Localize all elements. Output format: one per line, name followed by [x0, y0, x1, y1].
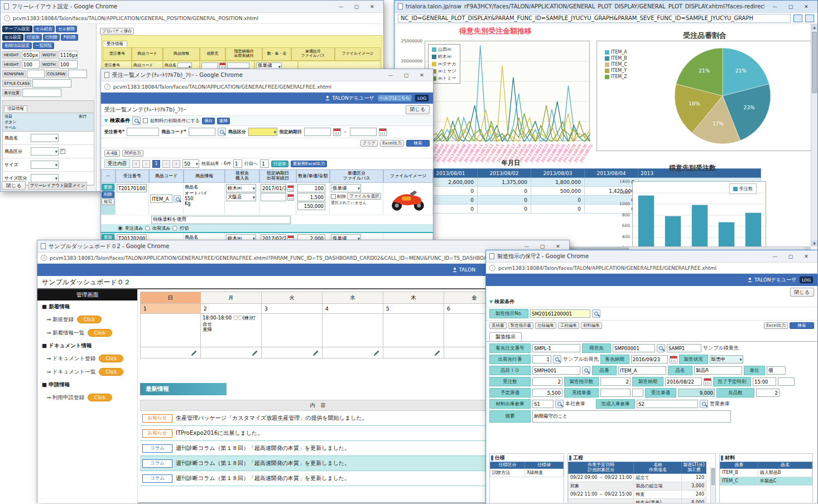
panel-icon[interactable] — [805, 14, 814, 22]
tab-item-info[interactable]: 項目情報 — [4, 105, 27, 112]
info-icon[interactable]: i — [4, 15, 10, 21]
maximize-button[interactable]: ▢ — [535, 244, 550, 249]
order-qty-input[interactable]: 2 — [532, 377, 562, 386]
excel-export-button[interactable]: Excel出力 — [380, 140, 404, 147]
event-cell[interactable] — [140, 314, 201, 347]
collapse-icon[interactable]: ▼ — [489, 299, 493, 304]
order-no-search-input[interactable] — [127, 128, 159, 136]
vertical-scrollbar[interactable]: ▲▼ — [811, 24, 817, 246]
list-view-button[interactable]: 一覧閲覧 — [33, 42, 54, 49]
panel-icon[interactable] — [793, 14, 802, 22]
spec-edit-button[interactable]: 仕様編集 — [535, 322, 556, 329]
minimize-button[interactable]: — — [333, 4, 349, 9]
minimize-button[interactable]: — — [767, 254, 783, 259]
width2-input[interactable]: 100 — [59, 60, 78, 69]
click-button[interactable]: Click — [99, 355, 123, 362]
edit-icon[interactable] — [312, 350, 319, 356]
cust-order-input[interactable]: SMPL-1 — [532, 344, 580, 352]
item-code-search-input[interactable] — [189, 128, 215, 136]
cell-unmerge-button[interactable]: セル解除 — [56, 26, 77, 32]
rowspan-input[interactable] — [27, 70, 45, 78]
calendar-icon[interactable] — [333, 128, 341, 136]
restore-condition-button[interactable]: 復帰 — [217, 118, 230, 124]
url-bar[interactable]: i pcvm1383:18084/Talon/faces/TALON/APPLI… — [101, 81, 433, 93]
edit-icon[interactable] — [191, 350, 198, 356]
url-text[interactable]: NC_ID=GENERAL_PLOT_DISPLAY&PARAM_FUNC_ID… — [398, 14, 791, 23]
close-button[interactable]: ✕ — [550, 244, 566, 249]
amount-input[interactable]: 150,000 — [297, 202, 325, 210]
item-class-select[interactable] — [248, 128, 277, 136]
calendar-icon[interactable] — [670, 356, 677, 364]
log-button[interactable]: LOG — [800, 277, 813, 283]
update-excel-button[interactable]: 更新用Excel出力 — [291, 161, 327, 167]
edit-icon[interactable] — [434, 350, 441, 356]
good-qty-input[interactable]: 2 — [756, 389, 779, 397]
url-bar[interactable]: i pcvm1383:18084/Talon/faces/TALON/APPLI… — [486, 263, 817, 274]
prev-page-button[interactable]: ‹ — [142, 160, 150, 168]
customer-input[interactable]: SMP00001 — [613, 344, 655, 352]
maximize-button[interactable]: ▢ — [783, 254, 798, 259]
title-bar[interactable]: 受注一覧メンテ(ﾁｭｰﾄﾘｱﾙ7b)_ﾌﾘｰ - Google Chrome —… — [101, 69, 433, 81]
inst-qty-input[interactable]: 2 — [600, 377, 631, 386]
close-button[interactable]: ✕ — [364, 4, 380, 9]
item-name-input[interactable]: 製品A — [694, 366, 742, 375]
cell-merge-button[interactable]: セル結合 — [33, 26, 55, 32]
event-cell[interactable] — [262, 314, 323, 347]
date-cell[interactable]: 4 — [323, 304, 383, 314]
calendar-icon[interactable] — [287, 185, 294, 192]
quote-button[interactable]: 見積書 — [489, 322, 507, 329]
update-button[interactable]: 更新 — [102, 184, 114, 191]
date-cell[interactable]: 3 — [262, 304, 323, 314]
tab-order-info[interactable]: 受注情報 — [103, 41, 127, 47]
close-button[interactable]: ✕ — [798, 4, 814, 9]
out-warehouse-input[interactable]: S1 — [532, 400, 554, 408]
save-condition-button[interactable]: 保存 — [202, 118, 215, 124]
ship-no-input[interactable]: 1 — [532, 355, 551, 364]
add-count-input[interactable]: 1 — [260, 159, 269, 168]
process-scrollbar[interactable] — [710, 467, 715, 504]
order-no-input[interactable]: T201701002 — [117, 184, 147, 192]
customer-select[interactable]: 鈴木㈱ — [226, 184, 256, 192]
date-cell[interactable]: 1 — [140, 304, 201, 314]
ship-date-input[interactable] — [261, 193, 286, 201]
instruction-sheet-button[interactable]: 製造指示書 — [508, 322, 534, 329]
property-save-button[interactable]: プロパティ保存 — [100, 28, 134, 35]
calendar-icon[interactable] — [379, 128, 387, 136]
due-date-input[interactable]: 2017/01/30 — [261, 184, 286, 192]
price-input[interactable]: 1,500 — [297, 193, 325, 201]
edit-icon[interactable] — [373, 350, 380, 356]
customer-code2-input[interactable]: SAMP1 — [667, 344, 701, 352]
delete-col-button[interactable]: 列削除 — [61, 34, 78, 41]
note-input[interactable]: 特殊塗料を使用 — [151, 216, 291, 224]
due-date-from-input[interactable] — [304, 128, 331, 136]
calendar-icon[interactable] — [704, 378, 711, 386]
event-cell[interactable]: 18:00-18:00 〇〇(株)打合せ 直帰 — [201, 314, 262, 347]
in-warehouse-input[interactable]: S2 — [637, 400, 698, 408]
store-select[interactable]: 大阪店 — [226, 193, 256, 201]
est-price-input[interactable] — [600, 389, 631, 397]
due-date-to-input[interactable] — [350, 128, 377, 136]
search-icon[interactable] — [700, 400, 708, 408]
title-bar[interactable]: trialora.talon.jp/nsw_rF9A3HCY/faces/TAL… — [394, 1, 817, 13]
radio-ordered[interactable] — [118, 226, 123, 231]
style-class-input[interactable] — [32, 79, 71, 88]
search-icon[interactable] — [657, 344, 665, 352]
url-bar[interactable]: i pcvm1383:18084/Talon/faces/TALON/APPLI… — [1, 13, 383, 24]
add-row-button[interactable]: 行追加 — [271, 161, 288, 167]
main-tab-label[interactable]: フリーレイアウト設定メイン — [28, 182, 86, 190]
click-button[interactable]: Click — [88, 394, 112, 401]
url-bar[interactable]: NC_ID=GENERAL_PLOT_DISPLAY&PARAM_FUNC_ID… — [394, 13, 817, 24]
item-id-input[interactable]: SMPH001 — [532, 366, 580, 375]
search-icon[interactable] — [553, 355, 561, 364]
sidebar-item-doc-list[interactable]: → ドキュメント一覧Click — [37, 365, 137, 379]
sidebar-item-news-list[interactable]: → 新着情報一覧Click — [37, 326, 137, 340]
item-select[interactable] — [31, 161, 59, 169]
qty-input[interactable] — [227, 62, 249, 69]
colspan-input[interactable] — [68, 70, 87, 78]
init-item-settings-button[interactable]: 初期項目設定 — [2, 42, 32, 49]
delete-button[interactable]: 削除 — [102, 191, 114, 198]
search-icon[interactable] — [592, 309, 600, 318]
delete-checkbox[interactable] — [331, 194, 336, 199]
pdf-export-button[interactable]: PDF出力 — [122, 150, 143, 157]
log-button[interactable]: LOG — [415, 95, 429, 101]
